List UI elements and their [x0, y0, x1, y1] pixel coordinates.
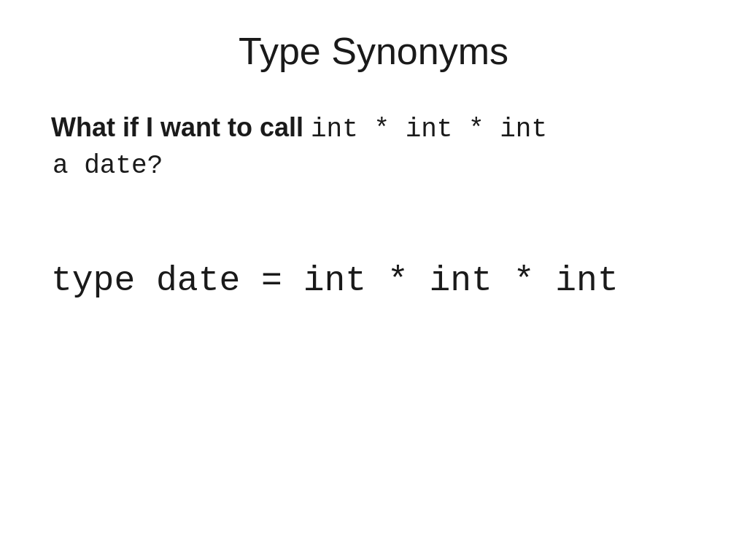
question-code-inline: int * int * int — [311, 114, 547, 144]
question-line1: What if I want to call int * int * int — [51, 109, 547, 148]
code-line: type date = int * int * int — [51, 258, 619, 303]
question-text-prefix: What if I want to call — [51, 112, 311, 142]
question-block: What if I want to call int * int * int a… — [51, 109, 547, 185]
code-block: type date = int * int * int — [51, 258, 619, 303]
slide-title: Type Synonyms — [44, 29, 703, 73]
question-date-text: date? — [69, 151, 163, 181]
slide: Type Synonyms What if I want to call int… — [0, 0, 747, 560]
question-a-code: a — [53, 151, 69, 181]
question-line2: a date? — [53, 148, 547, 184]
